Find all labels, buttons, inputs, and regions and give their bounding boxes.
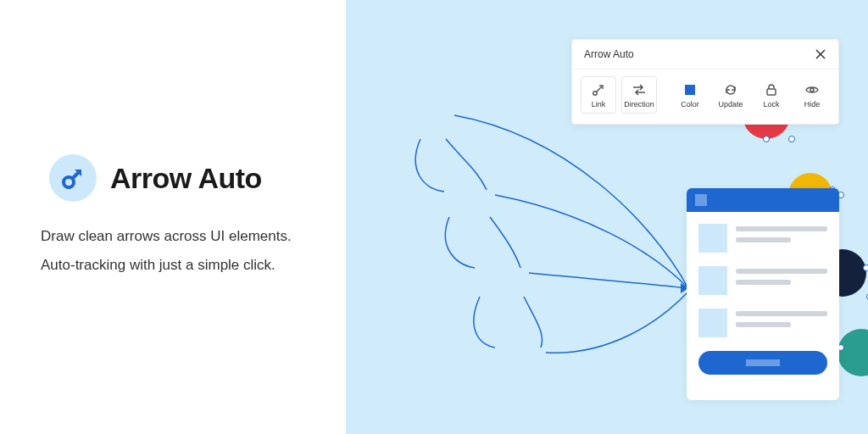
preview-card bbox=[687, 188, 839, 400]
refresh-icon bbox=[723, 82, 738, 97]
brand-row: Arrow Auto bbox=[49, 154, 312, 202]
app-logo bbox=[49, 154, 97, 202]
tool-label: Hide bbox=[804, 100, 821, 108]
node-teal[interactable] bbox=[837, 329, 868, 376]
info-pane: Arrow Auto Draw clean arrows across UI e… bbox=[0, 0, 346, 434]
panel-title: Arrow Auto bbox=[584, 48, 634, 60]
tool-label: Link bbox=[592, 100, 606, 108]
svg-rect-5 bbox=[767, 89, 776, 95]
color-swatch-icon bbox=[682, 82, 698, 97]
desc-line-1: Draw clean arrows across UI elements. bbox=[41, 222, 312, 251]
close-button[interactable] bbox=[815, 48, 826, 60]
eye-icon bbox=[804, 82, 820, 97]
svg-line-3 bbox=[597, 86, 602, 92]
text-lines bbox=[736, 224, 827, 253]
anchor-dot[interactable] bbox=[863, 264, 868, 271]
thumbnail bbox=[698, 266, 727, 295]
direction-icon bbox=[632, 82, 647, 97]
description: Draw clean arrows across UI elements. Au… bbox=[41, 222, 312, 280]
lock-icon bbox=[764, 82, 779, 97]
canvas: Arrow Auto Link Direction bbox=[346, 0, 868, 434]
toolbar-panel: Arrow Auto Link Direction bbox=[571, 39, 839, 125]
cta-label-placeholder bbox=[746, 359, 780, 366]
svg-rect-4 bbox=[685, 85, 695, 95]
close-icon bbox=[815, 48, 826, 60]
tool-link[interactable]: Link bbox=[581, 76, 616, 114]
tool-label: Direction bbox=[624, 100, 654, 108]
list-item bbox=[698, 266, 827, 295]
svg-point-6 bbox=[810, 88, 814, 92]
tool-direction[interactable]: Direction bbox=[621, 76, 657, 114]
anchor-dot[interactable] bbox=[788, 136, 795, 142]
svg-point-2 bbox=[593, 92, 597, 95]
panel-header: Arrow Auto bbox=[572, 40, 838, 69]
tool-lock[interactable]: Lock bbox=[754, 76, 789, 114]
anchor-dot[interactable] bbox=[763, 136, 770, 142]
app-title: Arrow Auto bbox=[110, 162, 262, 195]
card-header bbox=[687, 188, 839, 212]
link-arrow-icon bbox=[591, 82, 606, 97]
tool-label: Update bbox=[718, 100, 743, 108]
desc-line-2: Auto-tracking with just a simple click. bbox=[41, 251, 312, 280]
arrow-logo-icon bbox=[58, 164, 87, 192]
thumbnail bbox=[698, 309, 727, 337]
card-list bbox=[687, 212, 839, 337]
panel-body: Link Direction Color Update bbox=[572, 69, 838, 124]
tool-color[interactable]: Color bbox=[672, 76, 708, 114]
text-lines bbox=[736, 309, 827, 337]
cta-button[interactable] bbox=[698, 351, 827, 375]
list-item bbox=[698, 309, 827, 337]
tool-update[interactable]: Update bbox=[713, 76, 748, 114]
text-lines bbox=[736, 266, 827, 295]
tool-hide[interactable]: Hide bbox=[794, 76, 830, 114]
tool-label: Color bbox=[681, 100, 699, 108]
list-item bbox=[698, 224, 827, 253]
tool-label: Lock bbox=[763, 100, 779, 108]
thumbnail bbox=[698, 224, 727, 253]
header-square-icon bbox=[695, 194, 707, 206]
